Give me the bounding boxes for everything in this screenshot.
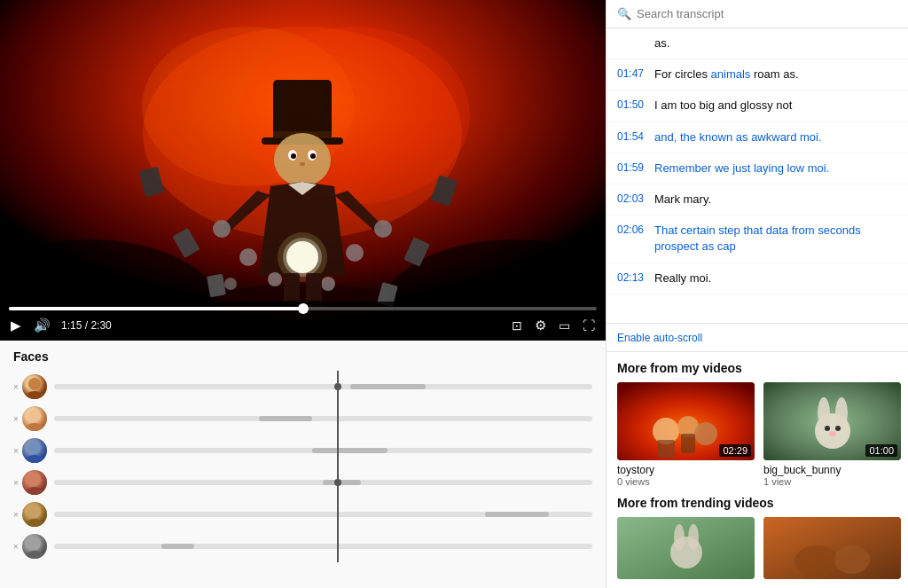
svg-point-14 (310, 153, 316, 159)
svg-point-44 (28, 506, 41, 518)
bigbuckbunny-label: big_buck_bunny (763, 464, 901, 476)
trending-grid (617, 517, 901, 579)
transcript-text: I am too big and glossy not (654, 98, 792, 114)
face-remove-5[interactable]: × (13, 510, 19, 520)
transcript-entry: 02:13 Really moi. (607, 263, 908, 294)
svg-point-58 (825, 426, 830, 431)
svg-point-10 (274, 133, 331, 186)
svg-point-38 (28, 410, 41, 422)
face-remove-2[interactable]: × (13, 414, 19, 424)
settings-button[interactable]: ⚙ (533, 316, 548, 335)
svg-point-63 (674, 524, 685, 551)
fullscreen-button[interactable]: ⛶ (581, 317, 597, 334)
svg-point-64 (688, 524, 699, 551)
svg-point-27 (239, 248, 257, 266)
svg-point-66 (794, 545, 839, 577)
transcript-entry: 01:47 For circles animals roam as. (607, 59, 908, 90)
faces-timeline: × × (13, 371, 592, 562)
settings-icon: ⚙ (535, 318, 546, 333)
trending-thumb-1[interactable] (617, 517, 755, 579)
transcript-entry: 01:50 I am too big and glossy not (607, 90, 908, 122)
auto-scroll-button[interactable]: Enable auto-scroll (617, 332, 702, 344)
face-row: × (13, 466, 592, 498)
face-remove-4[interactable]: × (13, 478, 19, 488)
face-bar-track-2[interactable] (54, 416, 592, 421)
face-row: × (13, 371, 592, 403)
svg-point-60 (829, 431, 836, 436)
auto-scroll-section: Enable auto-scroll (607, 323, 908, 351)
svg-point-17 (374, 220, 392, 238)
toystory-duration: 02:29 (719, 444, 751, 457)
toystory-label: toystory (617, 464, 755, 476)
transcript-time[interactable]: 01:50 (617, 98, 646, 111)
face-avatar-4[interactable] (22, 470, 47, 495)
faces-title: Faces (13, 349, 592, 364)
transcript-text: and, the known as awkward moi. (654, 129, 822, 145)
transcript-time[interactable]: 01:54 (617, 129, 646, 143)
face-avatar-2[interactable] (22, 406, 47, 431)
right-panel: 🔍 as. 01:47 For circles animals roam as.… (606, 0, 908, 588)
bigbuckbunny-duration: 01:00 (865, 444, 897, 457)
face-avatar-5[interactable] (22, 502, 47, 527)
more-trending-section: More from trending videos (617, 496, 901, 579)
face-remove-3[interactable]: × (13, 446, 19, 456)
transcript-entry: as. (607, 28, 908, 59)
svg-point-47 (26, 551, 43, 559)
video-thumb-bigbuckbunny[interactable]: 01:00 big_buck_bunny 1 view (763, 382, 901, 487)
svg-point-40 (28, 442, 41, 454)
face-bar-track-1[interactable] (54, 384, 592, 389)
transcript-time[interactable]: 02:06 (617, 223, 646, 236)
transcript-text: That certain step that data from seconds… (654, 223, 901, 255)
time-display: 1:15 / 2:30 (61, 319, 112, 332)
face-avatar-3[interactable] (22, 438, 47, 463)
transcript-time[interactable]: 01:47 (617, 67, 646, 80)
svg-rect-33 (306, 273, 322, 304)
transcript-text: Remember we just laying low moi. (654, 161, 829, 176)
transcript-time[interactable] (617, 35, 646, 36)
svg-rect-8 (273, 80, 332, 140)
transcript-time[interactable]: 01:59 (617, 161, 646, 174)
svg-point-41 (26, 455, 43, 463)
video-thumbnail-toystory: 02:29 (617, 382, 755, 460)
face-remove-1[interactable]: × (13, 382, 19, 392)
transcript-body: as. 01:47 For circles animals roam as. 0… (607, 28, 908, 323)
trending-thumbnail-1 (617, 517, 755, 579)
transcript-search-input[interactable] (637, 7, 901, 20)
volume-button[interactable]: 🔊 (32, 316, 52, 335)
svg-point-36 (28, 378, 41, 390)
face-avatar-6[interactable] (22, 534, 47, 559)
svg-point-42 (28, 474, 41, 486)
face-remove-6[interactable]: × (13, 542, 19, 552)
face-bar-track-5[interactable] (54, 512, 592, 517)
video-thumb-toystory[interactable]: 02:29 toystory 0 views (617, 382, 755, 487)
play-icon: ▶ (11, 318, 21, 333)
face-row: × (13, 435, 592, 466)
progress-bar[interactable] (9, 307, 597, 310)
face-bar-track-3[interactable] (54, 448, 592, 453)
fullscreen-icon: ⛶ (583, 318, 595, 333)
left-panel: ▶ 🔊 1:15 / 2:30 ⊡ (0, 0, 606, 588)
transcript-text: as. (654, 35, 669, 51)
face-row: × (13, 530, 592, 562)
face-avatar-1[interactable] (22, 374, 47, 399)
svg-point-46 (28, 537, 41, 550)
miniplayer-button[interactable]: ▭ (557, 317, 572, 334)
transcript-text: For circles animals roam as. (654, 67, 799, 82)
svg-rect-32 (284, 273, 300, 304)
transcript-time[interactable]: 02:13 (617, 270, 646, 284)
svg-rect-52 (657, 440, 675, 458)
transcript-time[interactable]: 02:03 (617, 192, 646, 205)
toystory-views: 0 views (617, 476, 755, 487)
more-trending-title: More from trending videos (617, 496, 901, 510)
transcript-entry: 01:54 and, the known as awkward moi. (607, 122, 908, 153)
face-bar-track-4[interactable] (54, 480, 592, 485)
more-my-videos-title: More from my videos (617, 361, 901, 375)
transcript-text: Mark mary. (654, 192, 711, 208)
transcript-text: Really moi. (654, 270, 711, 286)
transcript-entry: 02:06 That certain step that data from s… (607, 216, 908, 263)
face-bar-track-6[interactable] (54, 544, 592, 549)
trending-thumb-2[interactable] (763, 517, 901, 579)
more-my-videos-section: More from my videos (607, 351, 908, 588)
subtitles-button[interactable]: ⊡ (510, 317, 524, 334)
play-button[interactable]: ▶ (9, 316, 23, 335)
